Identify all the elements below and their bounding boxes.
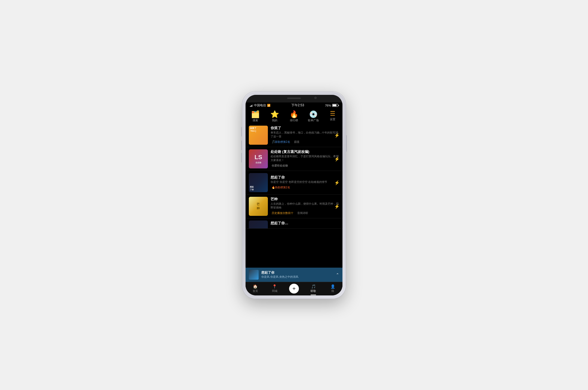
status-left: 中国电信 📶 (250, 103, 270, 107)
now-playing-info: 想起了你 你是风 你是风 炎热之中的清风 (261, 270, 333, 279)
song-item-4[interactable]: 芒 种 芒种 人生的路上，你种什么因，便得什么果。时雨及芒种，四野皆插秧 历史播… (246, 195, 342, 218)
lightning-icon-1: ⚡ (334, 132, 340, 138)
song-info-2: 处处吻 (复古蒸汽波改编) 处处吻简直是童年回忆，于是打算同风格改编玩玩，希望大… (271, 149, 339, 168)
song-tags-4: 历史播放次数前十 音阅诗听 (271, 211, 339, 215)
tab-add[interactable]: + (287, 284, 301, 294)
tab-me-label: 我 (331, 289, 334, 293)
add-button[interactable]: + (289, 284, 299, 294)
song-tags-3: 🔥热歌榜第2名 (271, 185, 339, 190)
tab-nearby-label: 同城 (272, 289, 277, 293)
song-title-1: 你笑了 (271, 126, 339, 130)
app-content: 🗂️ 搜索 ⭐ 我的 🔥 排行榜 💿 歌单广场 ☰ 设置 (246, 108, 342, 295)
cover-text-1: 你笑了TEA ] (250, 127, 256, 132)
song-item-2[interactable]: LS 处处吻 处处吻 (复古蒸汽波改编) 处处吻简直是童年回忆，于是打算同风格改… (246, 147, 342, 171)
song-thumb-3: 想起了你 (249, 173, 268, 192)
song-title-4: 芒种 (271, 197, 339, 201)
song-tags-2: 你爱听处处吻 (271, 164, 339, 168)
song-title-3: 想起了你 (271, 175, 339, 180)
tab-bar: 🏠 首页 📍 同城 + 🎵 听歌 👤 我 (246, 282, 342, 295)
tab-listen-label: 听歌 (311, 289, 316, 293)
camera (314, 97, 317, 99)
phone-frame: 中国电信 📶 下午2:53 76% 🗂️ 搜索 ⭐ 我的 (242, 92, 346, 299)
home-icon: 🏠 (253, 284, 258, 289)
song-info-5: 想起了你… (271, 220, 339, 226)
nav-settings[interactable]: ☰ 设置 (325, 111, 340, 122)
top-nav: 🗂️ 搜索 ⭐ 我的 🔥 排行榜 💿 歌单广场 ☰ 设置 (246, 108, 342, 123)
nav-playlist[interactable]: 💿 歌单广场 (306, 111, 321, 122)
nav-playlist-label: 歌单广场 (308, 119, 319, 122)
song-item-3[interactable]: 想起了你 想起了你 你是空 你是空 色即是空的空空 在劫难逃的情节 🔥热歌榜第2… (246, 171, 342, 195)
now-playing-title: 想起了你 (261, 270, 333, 275)
song-desc-3: 你是空 你是空 色即是空的空空 在劫难逃的情节 (271, 180, 339, 184)
speaker (287, 98, 301, 99)
song-thumb-5 (249, 220, 268, 229)
nav-mine-label: 我的 (272, 119, 277, 122)
status-right: 76% (325, 104, 338, 107)
song-cover-1: 你笑了TEA ] (249, 126, 268, 145)
song-history-tag-4: 历史播放次数前十 (271, 211, 295, 215)
battery-icon (332, 104, 338, 107)
nav-mine[interactable]: ⭐ 我的 (267, 111, 282, 122)
cover-ls: LS (255, 154, 262, 161)
now-playing-bar[interactable]: 想起了你 你是风 你是风 炎热之中的清风 ⌃ (246, 268, 342, 282)
wifi-icon: 📶 (267, 104, 270, 107)
phone-screen: 中国电信 📶 下午2:53 76% 🗂️ 搜索 ⭐ 我的 (246, 95, 342, 295)
song-info-4: 芒种 人生的路上，你种什么因，便得什么果。时雨及芒种，四野皆插秧 历史播放次数前… (271, 197, 339, 216)
song-playlist-tag-2: 你爱听处处吻 (271, 164, 289, 168)
settings-icon: ☰ (330, 111, 335, 117)
song-title-2: 处处吻 (复古蒸汽波改编) (271, 150, 339, 154)
song-thumb-2: LS 处处吻 (249, 149, 268, 168)
song-rank-tag-1: 🎵新歌榜第2名 (271, 140, 291, 144)
nav-charts-label: 排行榜 (290, 119, 298, 122)
song-thumb-1: 你笑了TEA ] (249, 126, 268, 145)
nav-search-label: 搜索 (253, 119, 258, 122)
notch-area (246, 95, 342, 102)
now-playing-thumb (249, 270, 259, 280)
song-listen-tag-4: 音阅诗听 (296, 211, 309, 215)
nearby-icon: 📍 (272, 284, 277, 289)
tab-home-label: 首页 (253, 289, 258, 293)
song-desc-1: 单车恋人，黑板情书，海口，白色练习曲...十年的歌写进了这一首 (271, 131, 339, 138)
cover-sub: 处处吻 (256, 161, 261, 164)
status-bar: 中国电信 📶 下午2:53 76% (246, 102, 342, 108)
me-icon: 👤 (330, 284, 335, 289)
cover-concert-text: 想起了你 (250, 186, 254, 191)
signal-icon (250, 104, 253, 107)
cover-mango-1: 芒 (257, 202, 260, 206)
nav-charts[interactable]: 🔥 排行榜 (286, 111, 301, 122)
add-icon: + (292, 286, 296, 291)
now-playing-subtitle: 你是风 你是风 炎热之中的清风 (261, 275, 333, 279)
nav-search[interactable]: 🗂️ 搜索 (248, 111, 263, 122)
song-cover-3: 想起了你 (249, 173, 268, 192)
song-desc-4: 人生的路上，你种什么因，便得什么果。时雨及芒种，四野皆插秧 (271, 202, 339, 210)
carrier-label: 中国电信 (254, 103, 266, 107)
song-rank-tag-3: 🔥热歌榜第2名 (271, 185, 291, 190)
star-icon: ⭐ (270, 111, 279, 118)
battery-percent: 76% (325, 104, 331, 107)
disc-icon: 💿 (309, 111, 318, 118)
tab-listen[interactable]: 🎵 听歌 (307, 284, 320, 293)
song-list: 你笑了TEA ] 你笑了 单车恋人，黑板情书，海口，白色练习曲...十年的歌写进… (246, 123, 342, 268)
chevron-up-icon[interactable]: ⌃ (336, 273, 339, 277)
song-info-3: 想起了你 你是空 你是空 色即是空的空空 在劫难逃的情节 🔥热歌榜第2名 (271, 173, 339, 192)
time-label: 下午2:53 (291, 103, 304, 108)
song-tags-1: 🎵新歌榜第2名 后弦 (271, 140, 339, 144)
song-desc-2: 处处吻简直是童年回忆，于是打算同风格改编玩玩，希望大家喜欢！ (271, 155, 339, 162)
song-author-tag-1: 后弦 (293, 140, 301, 144)
tab-nearby[interactable]: 📍 同城 (268, 284, 281, 293)
song-info-1: 你笑了 单车恋人，黑板情书，海口，白色练习曲...十年的歌写进了这一首 🎵新歌榜… (271, 126, 339, 145)
lightning-icon-4: ⚡ (334, 204, 340, 209)
song-item-1[interactable]: 你笑了TEA ] 你笑了 单车恋人，黑板情书，海口，白色练习曲...十年的歌写进… (246, 123, 342, 147)
song-cover-4: 芒 种 (249, 197, 268, 216)
search-icon: 🗂️ (251, 111, 260, 118)
song-item-5[interactable]: 想起了你… (246, 218, 342, 229)
nav-settings-label: 设置 (330, 117, 335, 121)
tab-home[interactable]: 🏠 首页 (249, 284, 262, 293)
tab-me[interactable]: 👤 我 (326, 284, 339, 293)
cover-mango-2: 种 (257, 206, 260, 210)
listen-icon: 🎵 (311, 284, 316, 289)
lightning-icon-2: ⚡ (334, 156, 340, 161)
fire-icon: 🔥 (290, 111, 298, 118)
lightning-icon-3: ⚡ (334, 180, 340, 185)
song-cover-2: LS 处处吻 (249, 149, 268, 168)
